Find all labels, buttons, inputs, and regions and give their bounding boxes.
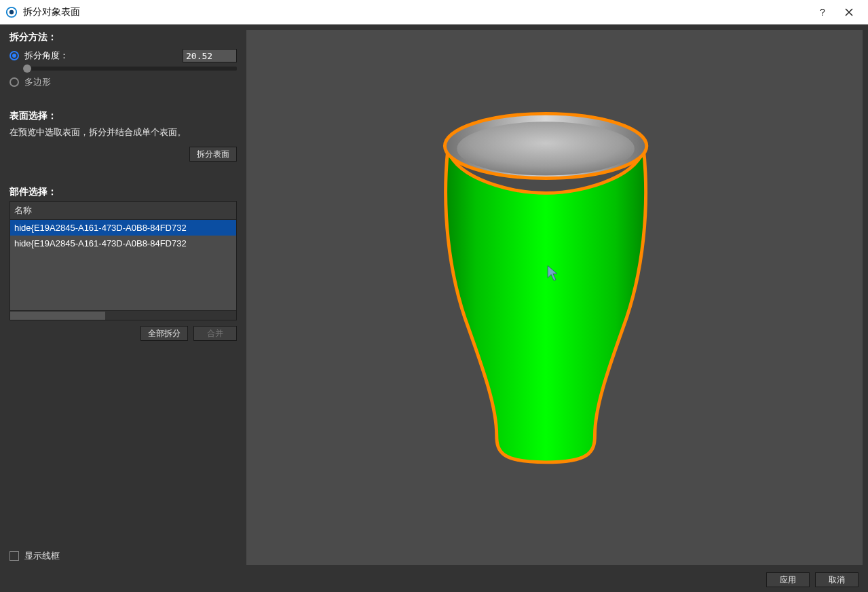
list-item[interactable]: hide{E19A2845-A161-473D-A0B8-84FD732: [10, 236, 236, 251]
checkbox-icon: [10, 551, 19, 561]
viewport-svg: [246, 30, 863, 565]
window-title: 拆分对象表面: [23, 6, 808, 18]
list-item[interactable]: hide{E19A2845-A161-473D-A0B8-84FD732: [10, 220, 236, 236]
slider-thumb-icon[interactable]: [23, 64, 31, 73]
surface-heading: 表面选择：: [0, 103, 246, 125]
merge-button[interactable]: 合并: [193, 326, 237, 341]
horizontal-scrollbar[interactable]: [10, 310, 236, 320]
method-heading: 拆分方法：: [0, 24, 246, 46]
radio-off-icon: [10, 77, 19, 87]
parts-list-body[interactable]: hide{E19A2845-A161-473D-A0B8-84FD732 hid…: [10, 220, 236, 310]
scrollbar-thumb[interactable]: [10, 312, 105, 320]
preview-viewport[interactable]: [246, 30, 863, 565]
svg-text:?: ?: [820, 7, 825, 17]
svg-point-4: [457, 122, 635, 175]
angle-slider[interactable]: [23, 67, 237, 71]
angle-input[interactable]: [183, 49, 237, 62]
app-icon: [5, 6, 18, 18]
radio-on-icon: [10, 51, 19, 60]
wireframe-option[interactable]: 显示线框: [10, 550, 60, 562]
surface-desc: 在预览中选取表面，拆分并结合成单个表面。: [0, 125, 246, 144]
parts-heading: 部件选择：: [0, 179, 246, 201]
split-surface-button[interactable]: 拆分表面: [189, 147, 237, 162]
wireframe-label: 显示线框: [24, 550, 60, 562]
svg-point-1: [10, 10, 14, 14]
split-all-button[interactable]: 全部拆分: [140, 326, 188, 341]
parts-list: 名称 hide{E19A2845-A161-473D-A0B8-84FD732 …: [10, 201, 237, 320]
help-button[interactable]: ?: [808, 0, 835, 24]
split-angle-option[interactable]: 拆分角度：: [0, 46, 246, 65]
cancel-button[interactable]: 取消: [815, 572, 858, 587]
close-button[interactable]: [835, 0, 863, 24]
apply-button[interactable]: 应用: [766, 572, 810, 587]
sidebar: 拆分方法： 拆分角度： 多边形 表面选择： 在预览中选取表面，拆分并结合成单个表…: [0, 24, 246, 592]
title-bar: 拆分对象表面 ?: [0, 0, 868, 24]
parts-header-name[interactable]: 名称: [10, 202, 236, 220]
content-area: 拆分方法： 拆分角度： 多边形 表面选择： 在预览中选取表面，拆分并结合成单个表…: [0, 24, 868, 592]
split-angle-label: 拆分角度：: [24, 50, 69, 62]
polygon-label: 多边形: [24, 76, 51, 88]
polygon-option[interactable]: 多边形: [0, 73, 246, 91]
footer-bar: 应用 取消: [0, 568, 868, 592]
